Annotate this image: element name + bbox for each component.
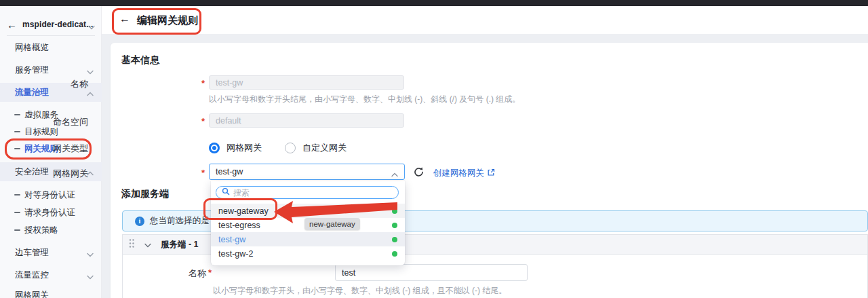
server-panel-title: 服务端 - 1 [161,239,199,250]
name-required-mark: * [201,78,205,88]
mesh-name: mspider-dedicat... [22,20,94,29]
status-dot-icon [392,223,397,228]
dash-icon [14,131,20,132]
status-dot-icon [392,251,397,257]
namespace-required-mark: * [201,116,205,126]
browser-top-bar [0,0,868,6]
mesh-gateway-select-value: test-gw [216,167,243,176]
namespace-input[interactable] [209,113,404,128]
create-mesh-gateway-link[interactable]: 创建网格网关 [433,168,495,179]
sidebar-item-mesh-overview[interactable]: 网格概览 [0,39,102,56]
mesh-gateway-required-mark: * [201,168,205,178]
server-name-required-mark: * [208,267,212,278]
sidebar-item-service-mgmt[interactable]: 服务管理 [0,61,102,79]
dropdown-search-input[interactable] [233,188,382,198]
drag-handle-icon[interactable] [128,238,135,250]
radio-custom-gateway-label[interactable]: 自定义网关 [302,142,347,154]
dash-icon [14,212,20,213]
chevron-down-icon [87,272,94,282]
chevron-up-icon [87,89,94,98]
page-header: ← 编辑网关规则 [102,6,868,34]
radio-custom-gateway[interactable] [285,143,296,153]
section-title-add-server: 添加服务端 [121,188,169,200]
section-title-basic-info: 基本信息 [121,54,159,67]
dropdown-item-new-gateway[interactable]: new-gateway [211,204,405,218]
server-name-label: 名称 [123,267,206,280]
page-title: 编辑网关规则 [137,14,198,27]
back-arrow-icon[interactable]: ← [119,13,130,25]
mesh-gateway-select[interactable]: test-gw [209,164,405,180]
dash-icon [14,194,20,195]
hover-tooltip: new-gateway [304,218,360,230]
mesh-gateway-label: 网格网关 [0,168,88,180]
collapse-chevron-icon[interactable] [144,240,151,250]
app-root: ← mspider-dedicat... 网格概览 服务管理 流量治理 虚拟服务… [0,0,868,298]
refresh-icon[interactable] [413,166,425,178]
namespace-label: 命名空间 [0,116,88,128]
gateway-type-radio-group: 网格网关 自定义网关 [209,142,363,154]
dropdown-item-test-gw[interactable]: test-gw [211,232,405,246]
chevron-down-icon [87,250,94,259]
search-icon [222,187,230,198]
chevron-up-icon [391,170,398,179]
chevron-down-icon [88,22,95,32]
gateway-type-label: 网关类型 [0,143,88,155]
sidebar-item-request-auth[interactable]: 请求身份认证 [0,204,102,221]
name-label: 名称 [0,78,88,90]
sidebar-divider [7,35,95,36]
dropdown-search[interactable] [216,186,399,199]
radio-mesh-gateway-label[interactable]: 网格网关 [226,142,262,154]
name-help-text: 以小写字母和数字开头结尾，由小写字母、数字、中划线 (-)、斜线 (/) 及句号… [209,94,520,105]
dash-icon [14,229,20,231]
name-input[interactable] [209,75,404,90]
info-icon: i [135,217,144,226]
sidebar-item-mesh-gateway[interactable]: 网格网关 [0,286,102,298]
server-name-input[interactable] [335,264,528,281]
external-link-icon [487,168,495,179]
sidebar-item-sidecar-mgmt[interactable]: 边车管理 [0,244,102,261]
status-dot-icon [392,237,397,242]
sidebar-item-peer-auth[interactable]: 对等身份认证 [0,186,102,204]
sidebar-back-icon[interactable]: ← [7,19,17,31]
sidebar-item-traffic-monitor[interactable]: 流量监控 [0,266,102,284]
dropdown-item-test-gw-2[interactable]: test-gw-2 [211,246,405,261]
status-dot-icon [392,208,397,214]
server-name-help-text: 以小写字母和数字开头，由小写字母、数字、中划线 (-) 组成，且不能以 (-) … [213,285,507,297]
sidebar-item-authorization-policy[interactable]: 授权策略 [0,221,102,239]
dash-icon [14,114,20,115]
mesh-selector[interactable]: ← mspider-dedicat... [0,15,102,34]
chevron-down-icon [87,67,94,77]
radio-mesh-gateway[interactable] [209,143,220,153]
